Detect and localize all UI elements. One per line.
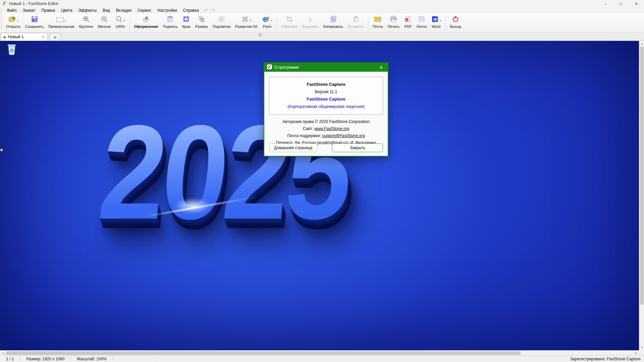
vertical-scroll-thumb[interactable]: [640, 47, 644, 305]
horizontal-scroll-thumb[interactable]: [6, 351, 521, 355]
crop-icon: [286, 15, 293, 24]
resize-handle-top[interactable]: [259, 34, 261, 36]
site-link[interactable]: www.FastStone.org: [314, 126, 349, 131]
exit-button[interactable]: Выход: [447, 13, 463, 32]
new-tab-button[interactable]: +: [49, 33, 61, 41]
open-button[interactable]: ▾ Открыть: [4, 13, 23, 32]
menu-service[interactable]: Сервис: [135, 7, 154, 13]
horizontal-scrollbar[interactable]: ◄ ►: [0, 350, 639, 355]
product-name: FastStone Capture: [269, 81, 383, 88]
blur-button[interactable]: ▾ Размытие 50: [233, 13, 260, 32]
tape-button[interactable]: Лента: [414, 13, 429, 32]
faststone-editor-window: Новый 1 - FastStone Editor – ▢ ✕ Файл За…: [0, 0, 644, 362]
about-info-block: Авторские права © 2025 FastStone Corpora…: [264, 118, 388, 146]
redo-icon: ↷: [210, 8, 217, 13]
rectangle-select-button[interactable]: ▾ Прямоугольник: [46, 13, 77, 32]
zoom-100-button[interactable]: ▾ 100%: [113, 13, 127, 32]
dialog-title: О программе: [274, 65, 377, 70]
svg-text:A: A: [406, 18, 408, 21]
menu-help[interactable]: Справка: [180, 7, 202, 13]
toolbar-grip: [1, 8, 3, 13]
caption-document-icon: [166, 15, 174, 24]
scrollbar-corner: [639, 350, 644, 355]
paint-button[interactable]: ▾ Paint: [260, 13, 275, 32]
menu-tabs[interactable]: Вкладки: [113, 7, 135, 13]
power-icon: [452, 15, 459, 24]
scroll-down-arrow-icon[interactable]: ▼: [639, 345, 644, 350]
chevron-down-icon[interactable]: ▾: [64, 19, 66, 22]
blur-mosaic-icon: [241, 15, 249, 24]
copy-button[interactable]: Копировать: [321, 13, 345, 32]
chevron-down-icon[interactable]: ▾: [250, 19, 251, 22]
chevron-down-icon[interactable]: ▾: [440, 19, 441, 22]
menu-view[interactable]: Вид: [100, 7, 113, 13]
menu-effects[interactable]: Эффекты: [75, 7, 100, 13]
zoom-out-icon: [101, 15, 108, 24]
resize-button[interactable]: Размер: [193, 13, 210, 32]
scissors-icon: ✂: [307, 17, 314, 22]
resize-handle-left[interactable]: [0, 149, 3, 151]
minimize-button[interactable]: –: [598, 0, 613, 7]
save-icon: [31, 15, 38, 24]
save-button[interactable]: Сохранить: [23, 13, 46, 32]
chevron-down-icon[interactable]: ▾: [271, 19, 272, 22]
tab-close-icon[interactable]: ✕: [40, 35, 45, 39]
magnifier-icon: [115, 15, 123, 24]
product-version: Версия 11.1: [269, 88, 383, 96]
scroll-up-arrow-icon[interactable]: ▲: [639, 41, 644, 47]
paste-clipboard-icon: [352, 15, 360, 24]
window-title: Новый 1 - FastStone Editor: [9, 1, 58, 6]
close-button[interactable]: ✕: [629, 0, 644, 7]
mail-button[interactable]: Почта: [370, 13, 385, 32]
menu-settings[interactable]: Настройки: [154, 7, 180, 13]
title-bar: Новый 1 - FastStone Editor – ▢ ✕: [0, 0, 644, 7]
support-email-link[interactable]: support@FastStone.org: [322, 133, 365, 138]
highlight-button[interactable]: Подсветка: [210, 13, 233, 32]
scroll-left-arrow-icon[interactable]: ◄: [0, 351, 6, 356]
chevron-down-icon[interactable]: ▾: [17, 19, 18, 22]
status-bar: 1 / 1 Размер: 644 x 362 Масштаб: 100% …: [0, 355, 644, 362]
site-line: Сайт: www.FastStone.org: [264, 125, 388, 132]
menu-file[interactable]: Файл: [4, 7, 20, 13]
undo-icon: ↶: [202, 8, 210, 13]
pdf-document-icon: A: [404, 15, 412, 24]
app-icon: [267, 64, 272, 71]
maximize-button[interactable]: ▢: [613, 0, 629, 7]
edge-star-icon: [182, 15, 190, 24]
menu-edit[interactable]: Правка: [39, 7, 58, 13]
appearance-button[interactable]: A Оформление: [132, 13, 161, 32]
printer-icon: [389, 15, 397, 24]
svg-text:A: A: [145, 15, 148, 21]
status-page-indicator: 1 / 1: [0, 357, 20, 361]
menu-capture[interactable]: Захват: [20, 7, 39, 13]
product-info-box: FastStone Capture Версия 11.1 FastStone …: [269, 77, 383, 115]
print-button[interactable]: Печать: [385, 13, 402, 32]
home-page-button[interactable]: Домашняя страница: [269, 143, 317, 152]
dialog-close-icon[interactable]: ✕: [377, 65, 385, 70]
word-button[interactable]: W ▾ Word: [429, 13, 443, 32]
paint-palette-icon: [262, 15, 270, 24]
tab-novyi-1[interactable]: ◆ Новый 1 ✕: [1, 33, 48, 41]
vertical-scrollbar[interactable]: ▲ ▼: [639, 41, 644, 350]
paste-button: Вставить: [345, 13, 366, 32]
toolbar-grip: [1, 13, 3, 28]
menu-colors[interactable]: Цвета: [58, 7, 75, 13]
status-registered: Зарегистрировано: FastStone Capture: [570, 357, 644, 361]
license-type: (Корпоративная общемировая лицензия): [269, 103, 383, 110]
pdf-button[interactable]: A PDF: [402, 13, 414, 32]
close-dialog-button[interactable]: Закрыть: [332, 143, 383, 152]
toolbar-separator: [129, 15, 130, 31]
open-folder-icon: [8, 15, 16, 24]
scroll-right-arrow-icon[interactable]: ►: [633, 351, 639, 356]
mail-envelope-icon: [374, 15, 382, 24]
toolbar-separator: [445, 15, 445, 31]
edge-button[interactable]: Края: [180, 13, 193, 32]
zoom-in-button[interactable]: Крупнее: [77, 13, 96, 32]
zoom-in-icon: [83, 15, 90, 24]
crop-button: Обрезать: [279, 13, 300, 32]
zoom-out-button[interactable]: Мельче: [96, 13, 113, 32]
resize-icon: [198, 15, 205, 24]
chevron-down-icon[interactable]: ▾: [124, 19, 125, 22]
caption-button[interactable]: Подпись: [161, 13, 180, 32]
about-dialog-titlebar[interactable]: О программе ✕: [264, 63, 388, 72]
